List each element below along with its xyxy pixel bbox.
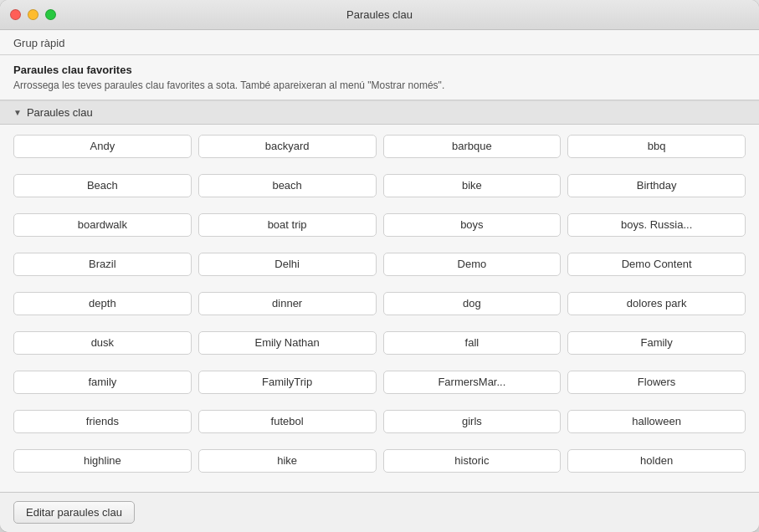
keyword-tag[interactable]: fall — [383, 331, 562, 355]
keyword-tag[interactable]: friends — [13, 410, 192, 433]
keyword-tag[interactable]: barbque — [383, 135, 562, 158]
keyword-tag[interactable]: boardwalk — [13, 213, 192, 237]
keyword-tag[interactable]: bike — [383, 174, 562, 197]
keyword-tag[interactable]: girls — [383, 410, 562, 433]
bottom-bar: Editar paraules clau — [0, 492, 759, 532]
keyword-tag[interactable]: dusk — [13, 331, 192, 355]
keyword-tag[interactable]: Birthday — [567, 174, 746, 197]
close-button[interactable] — [10, 9, 21, 20]
keyword-tag[interactable]: backyard — [198, 135, 377, 158]
keyword-tag[interactable]: boys. Russia... — [567, 213, 746, 237]
keyword-tag[interactable]: family — [13, 371, 192, 394]
keyword-tag[interactable]: Family — [567, 331, 746, 355]
keyword-tag[interactable]: futebol — [198, 410, 377, 433]
keyword-tag[interactable]: holden — [567, 449, 746, 473]
window-content: Grup ràpid Paraules clau favorites Arros… — [0, 30, 759, 532]
favorites-description: Arrossega les teves paraules clau favori… — [13, 79, 746, 93]
edit-keywords-button[interactable]: Editar paraules clau — [13, 501, 135, 524]
minimize-button[interactable] — [28, 9, 38, 20]
keyword-tag[interactable]: dinner — [198, 292, 377, 315]
keyword-tag[interactable]: Demo — [383, 253, 562, 276]
main-window: Paraules clau Grup ràpid Paraules clau f… — [0, 0, 759, 532]
keywords-header[interactable]: ▼ Paraules clau — [0, 100, 759, 125]
keyword-tag[interactable]: beach — [198, 174, 377, 197]
keyword-tag[interactable]: Delhi — [198, 253, 377, 276]
chevron-down-icon: ▼ — [13, 108, 22, 117]
keyword-tag[interactable]: Andy — [13, 135, 192, 158]
keyword-tag[interactable]: FamilyTrip — [198, 371, 377, 394]
keyword-tag[interactable]: FarmersMar... — [383, 371, 562, 394]
keyword-tag[interactable]: historic — [383, 449, 562, 473]
keyword-tag[interactable]: halloween — [567, 410, 746, 433]
favorites-section: Paraules clau favorites Arrossega les te… — [0, 55, 759, 100]
keyword-tag[interactable]: Beach — [13, 174, 192, 197]
keyword-tag[interactable]: bbq — [567, 135, 746, 158]
grup-rapid-label: Grup ràpid — [0, 30, 759, 55]
keyword-tag[interactable]: depth — [13, 292, 192, 315]
keyword-tag[interactable]: Flowers — [567, 371, 746, 394]
keyword-tag[interactable]: Brazil — [13, 253, 192, 276]
keywords-header-label: Paraules clau — [27, 106, 93, 119]
window-title: Paraules clau — [346, 8, 413, 21]
keyword-tag[interactable]: highline — [13, 449, 192, 473]
maximize-button[interactable] — [45, 9, 56, 20]
keyword-tag[interactable]: hike — [198, 449, 377, 473]
keyword-tag[interactable]: boat trip — [198, 213, 377, 237]
keyword-tag[interactable]: boys — [383, 213, 562, 237]
keyword-tag[interactable]: dolores park — [567, 292, 746, 315]
keywords-grid: AndybackyardbarbquebbqBeachbeachbikeBirt… — [0, 125, 759, 492]
keyword-tag[interactable]: Demo Content — [567, 253, 746, 276]
keyword-tag[interactable]: dog — [383, 292, 562, 315]
favorites-title: Paraules clau favorites — [13, 64, 746, 76]
title-bar: Paraules clau — [0, 0, 759, 30]
window-controls — [10, 9, 56, 20]
keyword-tag[interactable]: Emily Nathan — [198, 331, 377, 355]
